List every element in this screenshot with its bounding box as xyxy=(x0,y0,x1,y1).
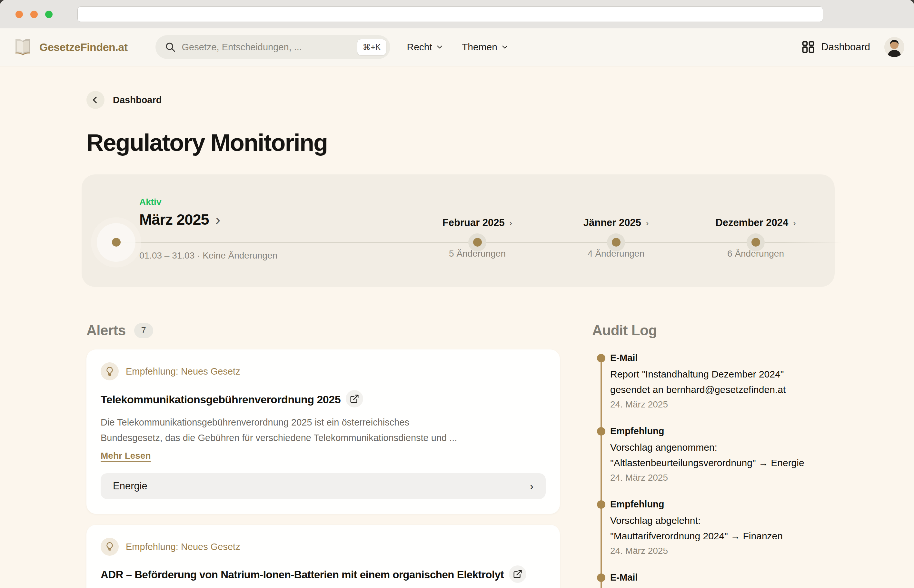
back-button[interactable] xyxy=(86,91,105,109)
external-link-icon[interactable] xyxy=(509,565,526,583)
lightbulb-icon xyxy=(100,362,119,380)
alert-category-row[interactable]: Energie › xyxy=(100,473,546,499)
audit-entry-type: E-Mail xyxy=(610,572,828,583)
chevron-right-icon: › xyxy=(793,218,796,228)
search-shortcut-badge: ⌘+K xyxy=(357,39,386,55)
window-zoom-button[interactable] xyxy=(45,11,53,18)
timeline-card: Aktiv März 2025 › 01.03 – 31.03 · Keine … xyxy=(82,174,835,287)
brand-logo[interactable]: GesetzeFinden.at xyxy=(13,38,128,57)
window-close-button[interactable] xyxy=(16,11,23,18)
audit-entry-date: 24. März 2025 xyxy=(610,399,828,410)
audit-entry: E-Mail Report "Instandhaltung Dezember 2… xyxy=(610,572,828,588)
chevron-right-icon: › xyxy=(530,480,534,492)
alert-title[interactable]: ADR – Beförderung von Natrium-Ionen-Batt… xyxy=(100,569,504,581)
alert-kind-label: Empfehlung: Neues Gesetz xyxy=(126,541,240,552)
timeline-month-jaenner[interactable]: Jänner 2025› 4 Änderungen xyxy=(584,217,649,259)
window-minimize-button[interactable] xyxy=(30,11,38,18)
audit-entry-text: Vorschlag angenommen: "Altlastenbeurteil… xyxy=(610,440,828,471)
category-label: Energie xyxy=(113,480,147,492)
dashboard-grid-icon xyxy=(801,40,815,54)
month-detail: 5 Änderungen xyxy=(443,249,512,259)
audit-entry-text: Vorschlag abgelehnt: "Mauttarifverordnun… xyxy=(610,513,828,544)
browser-window: GesetzeFinden.at ⌘+K Recht Themen xyxy=(0,0,914,588)
month-detail: 4 Änderungen xyxy=(584,249,649,259)
dashboard-button-label: Dashboard xyxy=(821,41,870,53)
breadcrumb-label[interactable]: Dashboard xyxy=(113,95,162,105)
audit-dot-icon xyxy=(597,354,605,362)
chevron-right-icon: › xyxy=(215,210,220,228)
alert-card: Empfehlung: Neues Gesetz Telekommunikati… xyxy=(86,349,560,514)
chevron-right-icon: › xyxy=(645,218,649,228)
month-label: Dezember 2024 xyxy=(715,217,788,228)
audit-entry-text: Report "Instandhaltung Dezember 2024" ge… xyxy=(610,586,828,588)
audit-entry: E-Mail Report "Instandhaltung Dezember 2… xyxy=(610,353,828,410)
audit-log-title: Audit Log xyxy=(592,322,657,339)
brand-name: GesetzeFinden.at xyxy=(39,41,128,53)
chevron-left-icon xyxy=(91,95,100,105)
audit-log-list: E-Mail Report "Instandhaltung Dezember 2… xyxy=(592,353,828,588)
month-label: Februar 2025 xyxy=(443,217,505,228)
audit-dot-icon xyxy=(597,500,605,509)
timeline-month-active[interactable]: Aktiv März 2025 › xyxy=(139,197,220,228)
audit-entry-date: 24. März 2025 xyxy=(610,473,828,483)
audit-entry-type: E-Mail xyxy=(610,353,828,363)
active-status-label: Aktiv xyxy=(139,197,220,207)
breadcrumb: Dashboard xyxy=(86,91,828,109)
active-month-detail: 01.03 – 31.03 · Keine Änderungen xyxy=(139,250,277,261)
nav-item-recht[interactable]: Recht xyxy=(407,42,444,53)
audit-entry-type: Empfehlung xyxy=(610,499,828,510)
browser-chrome xyxy=(0,0,914,28)
search-input[interactable] xyxy=(182,42,358,53)
alert-kind-label: Empfehlung: Neues Gesetz xyxy=(126,366,240,377)
page-title: Regulatory Monitoring xyxy=(86,129,828,156)
audit-dot-icon xyxy=(597,427,605,436)
global-search[interactable]: ⌘+K xyxy=(155,35,390,59)
alert-description: Die Telekommunikationsgebührenverordnung… xyxy=(100,415,513,446)
timeline-month-dezember[interactable]: Dezember 2024› 6 Änderungen xyxy=(715,217,796,259)
main-nav: Recht Themen xyxy=(407,42,509,53)
nav-recht-label: Recht xyxy=(407,42,432,53)
audit-entry-type: Empfehlung xyxy=(610,426,828,436)
alerts-count-badge: 7 xyxy=(134,323,153,338)
traffic-lights xyxy=(16,11,53,18)
audit-entry: Empfehlung Vorschlag abgelehnt: "Mauttar… xyxy=(610,499,828,556)
audit-entry-date: 24. März 2025 xyxy=(610,546,828,556)
chevron-right-icon: › xyxy=(509,218,512,228)
nav-item-themen[interactable]: Themen xyxy=(462,42,509,53)
dashboard-button[interactable]: Dashboard xyxy=(801,40,870,54)
user-avatar[interactable] xyxy=(884,37,904,57)
audit-dot-icon xyxy=(597,573,605,582)
url-bar[interactable] xyxy=(78,6,823,22)
app-header: GesetzeFinden.at ⌘+K Recht Themen xyxy=(0,28,914,66)
main-content: Dashboard Regulatory Monitoring Aktiv Mä… xyxy=(0,91,914,588)
alert-card: Empfehlung: Neues Gesetz ADR – Beförderu… xyxy=(86,525,560,588)
timeline-month-februar[interactable]: Februar 2025› 5 Änderungen xyxy=(443,217,512,259)
lightbulb-icon xyxy=(100,538,119,556)
audit-log-section: Audit Log E-Mail Report "Instandhaltung … xyxy=(592,322,828,588)
audit-entry: Empfehlung Vorschlag angenommen: "Altlas… xyxy=(610,426,828,483)
alerts-title: Alerts xyxy=(86,322,126,339)
audit-entry-text: Report "Instandhaltung Dezember 2024" ge… xyxy=(610,367,828,397)
month-label: Jänner 2025 xyxy=(584,217,641,228)
read-more-link[interactable]: Mehr Lesen xyxy=(100,451,151,461)
month-detail: 6 Änderungen xyxy=(715,249,796,259)
external-link-icon[interactable] xyxy=(346,390,363,407)
search-icon xyxy=(165,41,176,53)
alert-title[interactable]: Telekommunikationsgebührenverordnung 202… xyxy=(100,393,341,406)
alerts-section: Alerts 7 Empfehlung: Neues Gesetz xyxy=(86,322,560,588)
timeline-dot-active xyxy=(112,238,121,247)
active-month-label: März 2025 xyxy=(139,210,209,228)
chevron-down-icon xyxy=(500,43,509,51)
nav-themen-label: Themen xyxy=(462,42,497,53)
chevron-down-icon xyxy=(435,43,444,51)
audit-timeline-line xyxy=(600,360,602,588)
book-logo-icon xyxy=(13,38,33,57)
